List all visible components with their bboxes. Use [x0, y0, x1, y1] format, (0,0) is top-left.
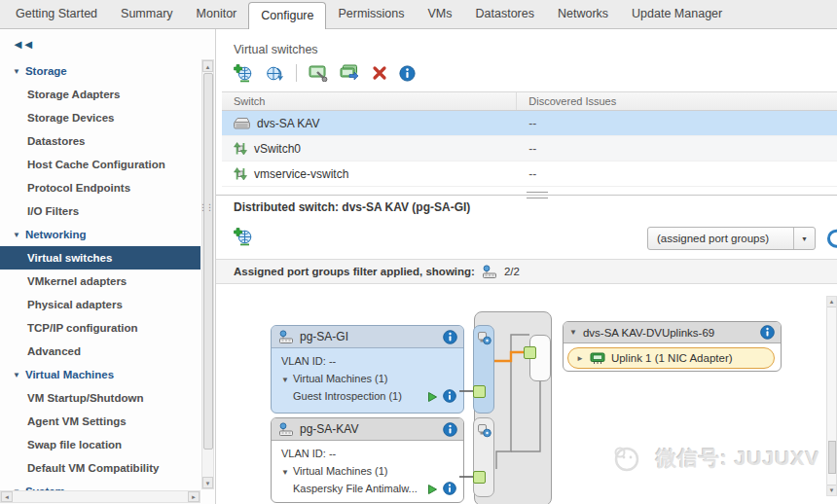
ports-icon	[477, 423, 491, 438]
splitter-grip[interactable]	[527, 192, 548, 198]
tab-permissions[interactable]: Permissions	[326, 0, 416, 28]
scrollbar-thumb[interactable]	[203, 73, 213, 450]
scroll-up-icon[interactable]: ▲	[827, 297, 836, 307]
sidebar-item-virtual-machines[interactable]: ▼Virtual Machines	[0, 363, 200, 386]
toolbar-separator	[296, 64, 297, 82]
sidebar-item-protocol-endpoints[interactable]: Protocol Endpoints	[0, 176, 200, 199]
edit-settings-button[interactable]	[309, 64, 328, 82]
sidebar-item-io-filters[interactable]: I/O Filters	[0, 199, 200, 223]
column-header-switch[interactable]: Switch	[222, 92, 517, 110]
config-sidebar: ◄◄ ▼Storage Storage Adapters Storage Dev…	[0, 29, 216, 504]
migrate-vm-networking-icon	[340, 64, 360, 82]
ports-icon	[477, 331, 491, 345]
table-row[interactable]: dvs-SA KAV --	[222, 111, 837, 136]
sidebar-item-storage-devices[interactable]: Storage Devices	[0, 106, 200, 129]
table-row[interactable]: vmservice-vswitch --	[222, 162, 837, 187]
switch-issues: --	[517, 117, 837, 130]
caret-down-icon: ▼	[281, 376, 289, 384]
sidebar-item-advanced[interactable]: Advanced	[0, 340, 200, 363]
sidebar-horizontal-scrollbar[interactable]: ◄ ►	[0, 490, 200, 503]
caret-down-icon[interactable]: ▼	[569, 328, 577, 337]
info-icon[interactable]	[443, 482, 456, 495]
column-header-discovered-issues[interactable]: Discovered Issues	[517, 92, 837, 110]
remove-icon	[372, 65, 387, 81]
scroll-down-icon[interactable]: ▼	[827, 485, 836, 495]
dvuplinks-box[interactable]: ▼ dvs-SA KAV-DVUplinks-69 ► Uplink 1 (1 …	[563, 321, 782, 372]
remove-switch-button[interactable]	[372, 65, 387, 81]
filter-status-bar: Assigned port groups filter applied, sho…	[216, 259, 837, 284]
tab-summary[interactable]: Summary	[109, 0, 184, 28]
caret-down-icon: ▼	[13, 67, 20, 76]
kav-port-connector	[473, 471, 486, 484]
uplink-1-item[interactable]: ► Uplink 1 (1 NIC Adapter)	[567, 347, 775, 369]
portgroup-name: pg-SA-KAV	[300, 422, 437, 436]
info-icon[interactable]	[443, 389, 456, 403]
scrollbar-thumb[interactable]	[828, 441, 836, 474]
diagram-scrollbar[interactable]: ▲ ▼	[826, 296, 837, 496]
refresh-diagram-button[interactable]	[826, 229, 837, 252]
watermark: 微信号: JUJUXV	[613, 444, 820, 473]
caret-down-icon: ▼	[13, 371, 20, 379]
scroll-down-icon[interactable]: ▼	[202, 477, 213, 488]
refresh-networking-button[interactable]	[265, 64, 284, 83]
port-group-icon	[482, 265, 497, 279]
sidebar-vertical-scrollbar[interactable]: ▲ ▼	[201, 59, 214, 489]
sidebar-item-virtual-switches[interactable]: Virtual switches	[0, 246, 200, 270]
tab-update-manager[interactable]: Update Manager	[620, 0, 734, 28]
sidebar-item-physical-adapters[interactable]: Physical adapters	[0, 293, 200, 316]
vm-row-guest-introspection[interactable]: Guest Introspection (1)	[281, 387, 463, 405]
caret-down-icon: ▼	[281, 468, 289, 477]
sidebar-item-storage-adapters[interactable]: Storage Adapters	[0, 83, 200, 106]
add-networking-button[interactable]	[234, 64, 253, 83]
sidebar-item-networking[interactable]: ▼Networking	[0, 223, 200, 246]
caret-right-icon[interactable]: ►	[576, 354, 584, 363]
sidebar-item-storage[interactable]: ▼Storage	[0, 59, 200, 83]
collapse-sidebar-icon[interactable]: ◄◄	[12, 37, 33, 52]
tab-networks[interactable]: Networks	[546, 0, 620, 28]
switch-name: dvs-SA KAV	[257, 117, 319, 130]
vm-powered-on-icon	[427, 391, 438, 403]
port-group-icon	[278, 330, 294, 344]
gi-port-connector	[473, 385, 486, 398]
tab-monitor[interactable]: Monitor	[185, 0, 249, 28]
scroll-right-icon[interactable]: ►	[188, 491, 200, 502]
sidebar-resize-grip[interactable]: ⋮⋮	[199, 204, 212, 210]
panel-splitter[interactable]	[216, 187, 837, 200]
tab-datastores[interactable]: Datastores	[464, 0, 546, 28]
virtual-machines-group[interactable]: ▼Virtual Machines (1)	[281, 370, 463, 387]
sidebar-item-datastores[interactable]: Datastores	[0, 129, 200, 153]
sidebar-item-swap-file-location[interactable]: Swap file location	[0, 433, 200, 456]
tab-vms[interactable]: VMs	[417, 0, 464, 28]
info-icon[interactable]	[443, 330, 457, 344]
table-row[interactable]: vSwitch0 --	[222, 136, 837, 162]
switch-issues: --	[517, 167, 837, 181]
page-title: Virtual switches	[216, 29, 837, 60]
sidebar-item-default-vm-compatibility[interactable]: Default VM Compatibility	[0, 456, 200, 480]
portgroup-filter-dropdown[interactable]: (assigned port groups) ▼	[647, 227, 816, 250]
pg-sa-kav-port-strip	[473, 417, 494, 497]
vm-row-kaspersky[interactable]: Kaspersky File Antimalw...	[281, 480, 463, 497]
sidebar-item-label: Virtual Machines	[25, 369, 114, 380]
virtual-machines-group[interactable]: ▼Virtual Machines (1)	[281, 462, 463, 480]
add-portgroup-button[interactable]	[234, 228, 253, 250]
sidebar-item-tcpip-configuration[interactable]: TCP/IP configuration	[0, 316, 200, 340]
sidebar-item-host-cache[interactable]: Host Cache Configuration	[0, 153, 200, 176]
sidebar-item-agent-vm-settings[interactable]: Agent VM Settings	[0, 410, 200, 433]
tab-configure[interactable]: Configure	[248, 2, 326, 29]
topology-diagram: pg-SA-GI VLAN ID: -- ▼Virtual Machines (…	[216, 284, 837, 504]
portgroup-pg-sa-kav[interactable]: pg-SA-KAV VLAN ID: -- ▼Virtual Machines …	[271, 417, 464, 503]
portgroup-pg-sa-gi[interactable]: pg-SA-GI VLAN ID: -- ▼Virtual Machines (…	[271, 325, 464, 414]
pg-sa-gi-port-strip	[473, 325, 494, 414]
nic-adapter-icon	[590, 352, 605, 365]
switch-info-button[interactable]	[399, 65, 416, 82]
chevron-down-icon[interactable]: ▼	[793, 228, 815, 249]
sidebar-item-vmkernel-adapters[interactable]: VMkernel adapters	[0, 270, 200, 293]
vm-name: Kaspersky File Antimalw...	[293, 483, 418, 494]
sidebar-item-vm-startup-shutdown[interactable]: VM Startup/Shutdown	[0, 386, 200, 410]
info-icon[interactable]	[443, 422, 457, 437]
info-icon[interactable]	[760, 325, 775, 340]
tab-getting-started[interactable]: Getting Started	[4, 0, 109, 28]
scroll-up-icon[interactable]: ▲	[202, 60, 213, 72]
scroll-left-icon[interactable]: ◄	[1, 491, 13, 502]
migrate-vm-networking-button[interactable]	[340, 64, 360, 82]
